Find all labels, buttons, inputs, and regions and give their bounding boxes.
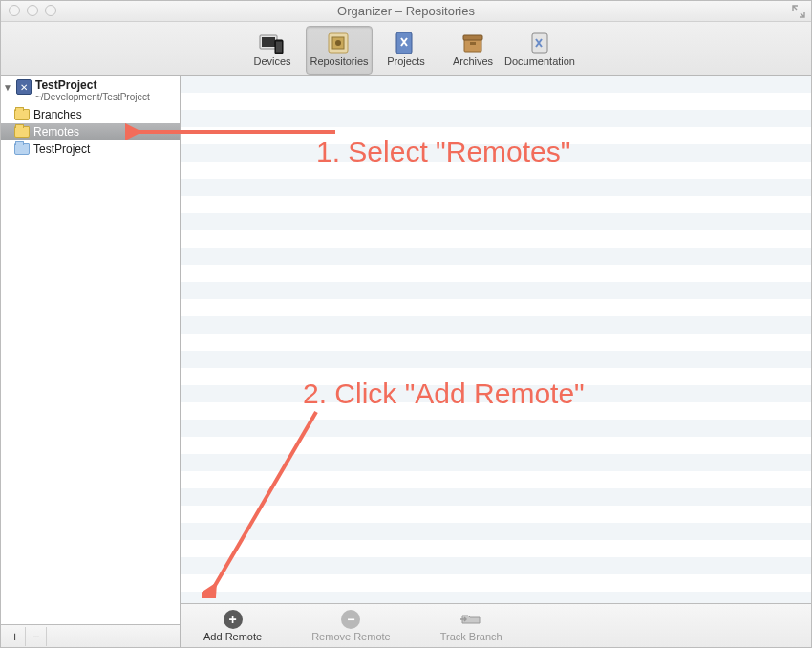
add-remote-label: Add Remote	[203, 631, 262, 642]
minus-circle-icon: −	[341, 610, 360, 629]
zoom-window-button[interactable]	[45, 5, 56, 16]
titlebar: Organizer – Repositories	[1, 1, 811, 22]
sidebar-item-label: Remotes	[33, 125, 79, 139]
track-branch-button[interactable]: Track Branch	[440, 610, 502, 642]
sidebar-item-testproject[interactable]: TestProject	[1, 140, 180, 158]
minimize-window-button[interactable]	[27, 5, 38, 16]
sidebar-content: ▼ ✕ TestProject ~/Development/TestProjec…	[1, 76, 180, 624]
traffic-lights	[9, 5, 56, 16]
devices-icon	[257, 29, 288, 55]
sidebar-remove-button[interactable]: −	[26, 627, 47, 646]
archives-icon	[458, 29, 488, 55]
track-branch-label: Track Branch	[440, 631, 502, 642]
projects-icon	[391, 29, 421, 55]
remove-remote-button[interactable]: − Remove Remote	[311, 610, 391, 642]
window-title: Organizer – Repositories	[337, 4, 475, 18]
project-icon: ✕	[16, 79, 32, 95]
remove-remote-label: Remove Remote	[311, 631, 391, 642]
toolbar-devices-label: Devices	[253, 55, 290, 67]
documentation-icon	[524, 29, 555, 55]
toolbar-projects[interactable]: Projects	[373, 26, 439, 75]
bottom-toolbar: + Add Remote − Remove Remote Track Branc…	[181, 603, 811, 647]
toolbar-archives-label: Archives	[453, 55, 493, 67]
svg-point-6	[335, 40, 341, 46]
plus-circle-icon: +	[224, 610, 243, 629]
sidebar-footer: + −	[1, 624, 180, 647]
toolbar-archives[interactable]: Archives	[439, 26, 506, 75]
close-window-button[interactable]	[9, 5, 20, 16]
repositories-icon	[324, 29, 354, 55]
track-branch-icon	[459, 610, 483, 629]
toolbar: Devices Repositories Projects Archives D…	[1, 22, 811, 76]
folder-icon	[14, 109, 30, 120]
sidebar-add-button[interactable]: +	[5, 627, 26, 646]
empty-list	[181, 76, 811, 603]
sidebar: ▼ ✕ TestProject ~/Development/TestProjec…	[1, 76, 181, 647]
svg-rect-10	[470, 42, 476, 45]
toolbar-documentation-label: Documentation	[504, 55, 575, 67]
project-name: TestProject	[35, 79, 150, 92]
toolbar-devices[interactable]: Devices	[239, 26, 306, 75]
toolbar-repositories-label: Repositories	[310, 55, 368, 67]
folder-icon	[14, 143, 30, 155]
sidebar-item-label: Branches	[33, 108, 82, 121]
toolbar-documentation[interactable]: Documentation	[506, 26, 573, 75]
sidebar-project-header[interactable]: ▼ ✕ TestProject ~/Development/TestProjec…	[1, 76, 180, 106]
svg-rect-1	[262, 37, 275, 47]
disclosure-triangle-icon[interactable]: ▼	[3, 82, 12, 93]
sidebar-item-label: TestProject	[33, 142, 90, 156]
add-remote-button[interactable]: + Add Remote	[203, 610, 262, 642]
folder-icon	[14, 126, 30, 138]
body: ▼ ✕ TestProject ~/Development/TestProjec…	[1, 76, 811, 647]
sidebar-item-branches[interactable]: Branches	[1, 106, 180, 123]
organizer-window: Organizer – Repositories Devices Reposit…	[0, 0, 812, 648]
svg-rect-3	[276, 42, 282, 52]
fullscreen-icon[interactable]	[792, 5, 805, 18]
main-panel: + Add Remote − Remove Remote Track Branc…	[181, 76, 811, 647]
toolbar-projects-label: Projects	[387, 55, 425, 67]
project-path: ~/Development/TestProject	[35, 92, 150, 102]
toolbar-repositories[interactable]: Repositories	[306, 26, 373, 75]
sidebar-item-remotes[interactable]: Remotes	[1, 123, 180, 140]
svg-rect-9	[463, 35, 482, 40]
